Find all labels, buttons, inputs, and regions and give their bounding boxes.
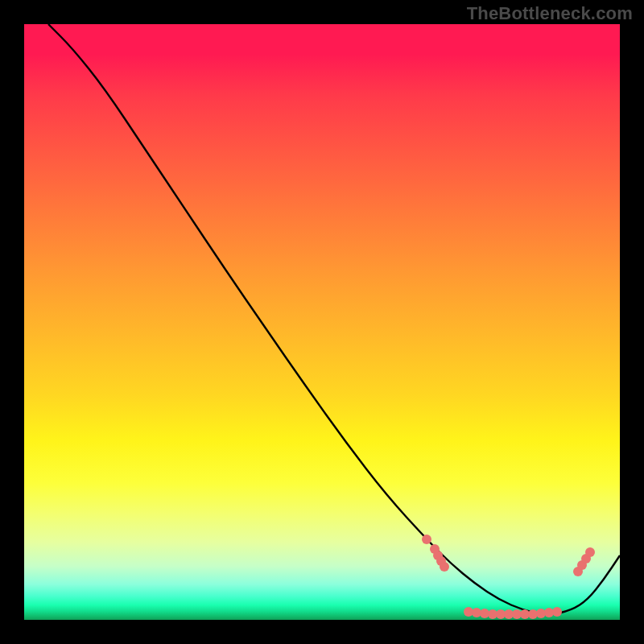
bottleneck-curve [48,24,620,614]
curve-markers [422,535,595,619]
curve-marker [552,607,562,617]
watermark-text: TheBottleneck.com [467,3,633,24]
curve-marker [422,535,431,544]
chart-stage: TheBottleneck.com [0,0,644,644]
curve-marker [585,547,595,557]
curve-layer [24,24,620,620]
curve-marker [440,562,449,572]
plot-area [24,24,620,620]
